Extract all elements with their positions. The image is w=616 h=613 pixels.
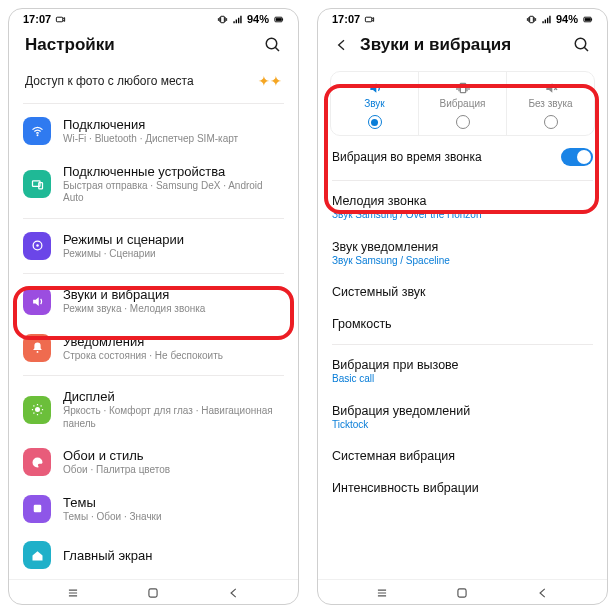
row-title: Подключения xyxy=(63,117,284,132)
phone-sounds: 17:07 94% Звуки и вибрация Звук Вибрация xyxy=(317,8,608,605)
divider xyxy=(23,218,284,219)
row-title: Темы xyxy=(63,495,284,510)
sound-icon xyxy=(23,287,51,315)
row-sub: Обои · Палитра цветов xyxy=(63,464,284,477)
row-sub: Basic call xyxy=(332,373,593,386)
row-notifications[interactable]: Уведомления Строка состояния · Не беспок… xyxy=(9,325,298,372)
mode-mute[interactable]: Без звука xyxy=(507,72,594,135)
row-system-vibration[interactable]: Системная вибрация xyxy=(318,440,607,472)
row-title: Вибрация уведомлений xyxy=(332,404,593,418)
row-sub: Быстрая отправка · Samsung DeX · Android… xyxy=(63,180,284,205)
recents-button[interactable] xyxy=(63,586,83,600)
row-themes[interactable]: Темы Темы · Обои · Значки xyxy=(9,486,298,533)
promo-text: Доступ к фото с любого места xyxy=(25,74,194,88)
row-sounds[interactable]: Звуки и вибрация Режим звука · Мелодия з… xyxy=(9,278,298,325)
status-time: 17:07 xyxy=(23,13,51,25)
row-notification-vibration[interactable]: Вибрация уведомлений Ticktock xyxy=(318,395,607,441)
row-title: Мелодия звонка xyxy=(332,194,593,208)
mode-label: Без звука xyxy=(509,98,592,109)
page-title: Звуки и вибрация xyxy=(360,35,511,55)
home-button[interactable] xyxy=(452,586,472,600)
mute-icon xyxy=(509,80,592,96)
sounds-list: Мелодия звонка Звук Samsung / Over the H… xyxy=(318,185,607,579)
row-title: Системный звук xyxy=(332,285,593,299)
row-title: Подключенные устройства xyxy=(63,164,284,179)
svg-rect-16 xyxy=(530,16,534,22)
svg-rect-21 xyxy=(460,83,465,92)
svg-rect-1 xyxy=(221,16,225,22)
row-modes[interactable]: Режимы и сценарии Режимы · Сценарии xyxy=(9,223,298,270)
row-display[interactable]: Дисплей Яркость · Комфорт для глаз · Нав… xyxy=(9,380,298,439)
vibrate-status-icon xyxy=(217,14,228,25)
svg-point-6 xyxy=(36,134,38,136)
row-title: Уведомления xyxy=(63,334,284,349)
vibrate-while-ringing-row[interactable]: Вибрация во время звонка xyxy=(318,138,607,176)
battery-percent: 94% xyxy=(556,13,578,25)
recents-button[interactable] xyxy=(372,586,392,600)
row-title: Режимы и сценарии xyxy=(63,232,284,247)
home-button[interactable] xyxy=(143,586,163,600)
svg-rect-3 xyxy=(276,18,282,21)
row-notification-sound[interactable]: Звук уведомления Звук Samsung / Spacelin… xyxy=(318,231,607,277)
row-connections[interactable]: Подключения Wi-Fi · Bluetooth · Диспетче… xyxy=(9,108,298,155)
sparkle-icon: ✦✦ xyxy=(258,73,282,89)
search-icon[interactable] xyxy=(573,36,591,54)
row-sub: Режим звука · Мелодия звонка xyxy=(63,303,284,316)
svg-rect-18 xyxy=(585,18,591,21)
mode-label: Звук xyxy=(333,98,416,109)
row-home[interactable]: Главный экран xyxy=(9,532,298,578)
row-ringtone[interactable]: Мелодия звонка Звук Samsung / Over the H… xyxy=(318,185,607,231)
back-button[interactable] xyxy=(533,586,553,600)
promo-row[interactable]: Доступ к фото с любого места ✦✦ xyxy=(9,63,298,99)
toggle-switch[interactable] xyxy=(561,148,593,166)
row-call-vibration[interactable]: Вибрация при вызове Basic call xyxy=(318,349,607,395)
row-title: Громкость xyxy=(332,317,593,331)
home-icon xyxy=(23,541,51,569)
wifi-icon xyxy=(23,117,51,145)
row-vibration-intensity[interactable]: Интенсивность вибрации xyxy=(318,472,607,504)
mode-vibration[interactable]: Вибрация xyxy=(419,72,507,135)
svg-rect-14 xyxy=(149,589,157,597)
row-title: Главный экран xyxy=(63,548,284,563)
row-wallpaper[interactable]: Обои и стиль Обои · Палитра цветов xyxy=(9,439,298,486)
status-bar: 17:07 94% xyxy=(318,9,607,25)
row-title: Обои и стиль xyxy=(63,448,284,463)
row-sub: Wi-Fi · Bluetooth · Диспетчер SIM-карт xyxy=(63,133,284,146)
radio-mute[interactable] xyxy=(544,115,558,129)
header: Звуки и вибрация xyxy=(318,25,607,63)
phone-settings: 17:07 94% Настройки Доступ к фото с любо… xyxy=(8,8,299,605)
camera-status-icon xyxy=(55,14,66,25)
nav-bar xyxy=(318,579,607,604)
divider xyxy=(332,344,593,345)
row-sub: Яркость · Комфорт для глаз · Навигационн… xyxy=(63,405,284,430)
mode-label: Вибрация xyxy=(421,98,504,109)
svg-rect-13 xyxy=(33,505,41,513)
radio-sound[interactable] xyxy=(368,115,382,129)
back-icon[interactable] xyxy=(334,37,350,53)
signal-icon xyxy=(541,14,552,25)
camera-status-icon xyxy=(364,14,375,25)
back-button[interactable] xyxy=(224,586,244,600)
row-sub: Строка состояния · Не беспокоить xyxy=(63,350,284,363)
settings-list: Подключения Wi-Fi · Bluetooth · Диспетче… xyxy=(9,108,298,579)
mode-sound[interactable]: Звук xyxy=(331,72,419,135)
row-connected-devices[interactable]: Подключенные устройства Быстрая отправка… xyxy=(9,155,298,214)
themes-icon xyxy=(23,495,51,523)
display-icon xyxy=(23,396,51,424)
svg-rect-19 xyxy=(591,18,592,20)
row-system-sound[interactable]: Системный звук xyxy=(318,276,607,308)
bell-icon xyxy=(23,334,51,362)
battery-icon xyxy=(582,14,593,25)
row-title: Дисплей xyxy=(63,389,284,404)
toggle-label: Вибрация во время звонка xyxy=(332,150,482,164)
status-bar: 17:07 94% xyxy=(9,9,298,25)
modes-icon xyxy=(23,232,51,260)
row-sub: Звук Samsung / Spaceline xyxy=(332,255,593,268)
divider xyxy=(23,273,284,274)
radio-vibration[interactable] xyxy=(456,115,470,129)
row-sub: Звук Samsung / Over the Horizon xyxy=(332,209,593,222)
row-volume[interactable]: Громкость xyxy=(318,308,607,340)
page-title: Настройки xyxy=(25,35,115,55)
battery-icon xyxy=(273,14,284,25)
search-icon[interactable] xyxy=(264,36,282,54)
